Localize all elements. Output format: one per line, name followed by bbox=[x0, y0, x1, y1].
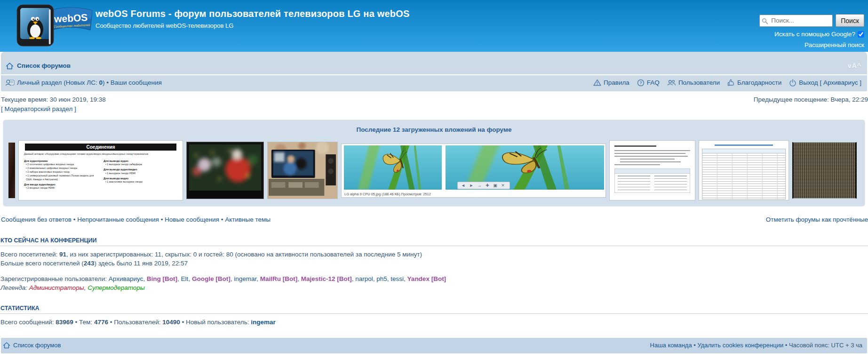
footer-links: Наша команда • Удалить cookies конференц… bbox=[650, 342, 862, 350]
google-search-label: Искать с помощью Google? bbox=[774, 30, 855, 39]
new-posts-link[interactable]: Новые сообщения bbox=[165, 216, 219, 223]
site-titles: webOS Forums - форум пользователей телев… bbox=[96, 8, 410, 30]
advanced-search-link[interactable]: Расширенный поиск bbox=[804, 41, 864, 48]
attachment-thumb-table-doc[interactable] bbox=[699, 140, 789, 200]
record-line: Больше всего посетителей (243) здесь был… bbox=[0, 259, 868, 268]
bot-name: Google [Bot] bbox=[192, 275, 231, 282]
text-segment: Зарегистрированные пользователи: bbox=[0, 275, 109, 282]
user-links-bar: Личный раздел (Новых ЛС: 0) • Ваши сообщ… bbox=[1, 75, 867, 91]
search-input-wrap bbox=[759, 15, 833, 27]
doc-column-left: Для аудиоприема• 2 оптических цифровых в… bbox=[24, 158, 98, 191]
doc-line: Для вывода аудио/видео bbox=[104, 168, 177, 172]
quick-links-bar: Сообщения без ответов • Непрочитанные со… bbox=[0, 207, 868, 224]
thumbs-up-icon bbox=[727, 79, 735, 86]
newest-member-link[interactable]: ingemar bbox=[251, 319, 276, 326]
personal-area-link[interactable]: Личный раздел (Новых ЛС: bbox=[17, 79, 99, 86]
last-visit: Предыдущее посещение: Вчера, 22:29 bbox=[754, 96, 868, 104]
doc-line: Для аудиоприема bbox=[24, 159, 98, 163]
user-link[interactable]: narpol bbox=[355, 275, 373, 282]
table-doc-title-bar bbox=[715, 144, 773, 146]
statistics-line: Всего сообщений: 83969 • Тем: 4776 • Пол… bbox=[0, 318, 868, 327]
text-segment: , bbox=[297, 275, 301, 282]
text-segment: • Пользователей: bbox=[108, 319, 162, 326]
user-link[interactable]: Архивариус bbox=[109, 275, 143, 282]
new-pm-count[interactable]: 0 bbox=[99, 79, 103, 86]
statistics-section: СТАТИСТИКА Всего сообщений: 83969 • Тем:… bbox=[0, 304, 868, 327]
site-header: webOS Сообщество любителей webOS Forums … bbox=[0, 0, 868, 52]
registered-users-line: Зарегистрированные пользователи: Архивар… bbox=[0, 275, 868, 284]
site-logo[interactable]: webOS Сообщество любителей bbox=[16, 4, 93, 47]
users-icon bbox=[667, 79, 676, 86]
breadcrumb-bar: Список форумов vA^ bbox=[1, 52, 867, 75]
attachment-thumb-manual-page[interactable] bbox=[609, 140, 695, 200]
bot-name: Majestic-12 [Bot] bbox=[301, 275, 352, 282]
breadcrumb-forum-list[interactable]: Список форумов bbox=[17, 62, 71, 70]
members-link-label: Пользователи bbox=[678, 79, 720, 87]
unread-posts-link[interactable]: Непрочитанные сообщения bbox=[77, 216, 159, 223]
font-size-control[interactable]: vA^ bbox=[848, 62, 861, 70]
attachment-thumb-partial[interactable] bbox=[8, 143, 15, 198]
text-segment: , bbox=[143, 275, 147, 282]
search-area: Поиск Искать с помощью Google? Расширенн… bbox=[759, 14, 864, 49]
user-link[interactable]: tessi bbox=[390, 275, 404, 282]
your-posts-link[interactable]: Ваши сообщения bbox=[111, 79, 162, 86]
text-segment: • bbox=[783, 342, 789, 349]
rules-link[interactable]: Правила bbox=[593, 79, 629, 87]
moderator-section-link[interactable]: [ Модераторский раздел ] bbox=[1, 105, 76, 113]
attachments-row: Соединения Данный аппарат оборудован сле… bbox=[3, 140, 865, 200]
attachment-thumb-butterflies[interactable]: ◄ ► → ✚ ▣ ✕ LG alpha 9 CPU 05.jpg (188.4… bbox=[341, 144, 606, 198]
members-link[interactable]: Пользователи bbox=[667, 79, 720, 87]
doc-line: • 1 универсальный доковый терминал (Толь… bbox=[24, 174, 98, 182]
google-search-checkbox[interactable] bbox=[858, 31, 864, 38]
logout-link[interactable]: Выход [ Архивариус ] bbox=[789, 79, 861, 87]
footer-bar: Список форумов Наша команда • Удалить co… bbox=[1, 338, 867, 353]
team-link[interactable]: Наша команда bbox=[650, 342, 692, 349]
attachment-thumb-tv-photo-2[interactable] bbox=[267, 142, 338, 199]
group-administrators-link[interactable]: Администраторы bbox=[29, 284, 84, 291]
attachment-thumb-connections-doc[interactable]: Соединения Данный аппарат оборудован сле… bbox=[18, 140, 183, 200]
faq-link[interactable]: ? FAQ bbox=[637, 79, 660, 87]
attachment-thumb-tv-photo-1[interactable] bbox=[186, 142, 264, 199]
warning-icon bbox=[593, 79, 601, 86]
text-segment: • bbox=[104, 79, 110, 86]
image-viewer-toolbar[interactable]: ◄ ► → ✚ ▣ ✕ bbox=[457, 182, 510, 189]
user-link[interactable]: ingemar bbox=[234, 275, 256, 282]
attachment-caption: LG alpha 9 CPU 05.jpg (188.46 КБ) Просмо… bbox=[344, 192, 431, 197]
quick-links-left: Сообщения без ответов • Непрочитанные со… bbox=[1, 216, 271, 224]
mark-forums-read-link[interactable]: Отметить форумы как прочтённые bbox=[766, 216, 868, 224]
bot-name: Yandex [Bot] bbox=[407, 275, 446, 282]
total-posts: 83969 bbox=[56, 319, 73, 326]
text-segment: • bbox=[219, 216, 225, 223]
recent-attachments-panel: Последние 12 загруженных вложений на фор… bbox=[3, 120, 865, 207]
user-link[interactable]: ph5 bbox=[376, 275, 387, 282]
site-title: webOS Forums - форум пользователей телев… bbox=[96, 8, 410, 20]
footer-forum-list-link[interactable]: Список форумов bbox=[13, 342, 61, 350]
text-segment: , bbox=[177, 275, 181, 282]
delete-cookies-link[interactable]: Удалить cookies конференции bbox=[697, 342, 783, 349]
doc-line: Для вывода аудио bbox=[104, 159, 177, 163]
text-segment: Всего сообщений: bbox=[0, 319, 56, 326]
text-segment: • bbox=[72, 216, 77, 223]
status-bar: Текущее время: 30 июн 2019, 19:38 Предыд… bbox=[0, 91, 868, 113]
search-input[interactable] bbox=[759, 15, 833, 27]
doc-line: Для вывода видео bbox=[104, 176, 177, 181]
unanswered-posts-link[interactable]: Сообщения без ответов bbox=[1, 216, 72, 223]
active-topics-link[interactable]: Активные темы bbox=[225, 216, 271, 223]
thanks-link[interactable]: Благодарности bbox=[727, 79, 781, 87]
home-icon bbox=[6, 63, 14, 70]
user-link[interactable]: Elt bbox=[181, 275, 189, 282]
visitors-line: Всего посетителей: 91, из них зарегистри… bbox=[0, 250, 868, 259]
power-icon bbox=[789, 79, 796, 87]
doc-line: • 2 коаксиальных цифровых входных гнезда bbox=[24, 167, 98, 170]
text-segment: ) здесь было 11 янв 2019, 22:57 bbox=[94, 260, 188, 267]
attachments-title: Последние 12 загруженных вложений на фор… bbox=[3, 126, 865, 134]
question-icon: ? bbox=[637, 79, 645, 87]
svg-text:?: ? bbox=[639, 80, 642, 85]
text-segment: • bbox=[159, 216, 165, 223]
doc-mini-table bbox=[614, 168, 690, 193]
logout-link-label: Выход [ Архивариус ] bbox=[799, 79, 861, 87]
group-supermoderators-link[interactable]: Супермодераторы bbox=[88, 284, 144, 291]
search-button[interactable]: Поиск bbox=[836, 14, 864, 27]
doc-line: • 1 аналоговое выходное гнездо bbox=[104, 180, 177, 184]
attachment-thumb-texture[interactable] bbox=[792, 142, 857, 199]
